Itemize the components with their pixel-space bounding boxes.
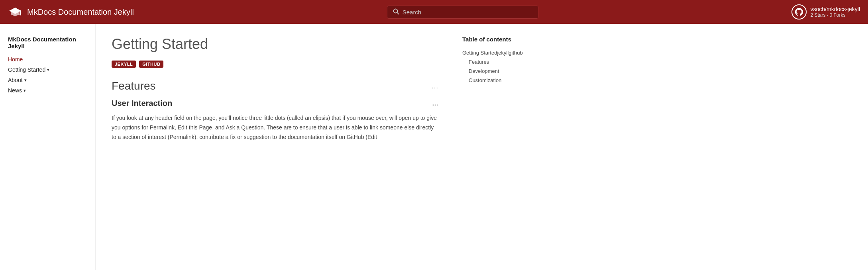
github-repo-name: vsoch/mkdocs-jekyll [811,6,860,12]
toc-title: Table of contents [462,36,534,43]
section-heading-features-label: Features [112,80,156,92]
user-interaction-ellipsis: … [432,100,438,107]
search-icon [393,8,399,16]
site-title: MkDocs Documentation Jekyll [27,8,134,17]
sidebar-item-home[interactable]: Home [8,54,87,65]
chevron-down-icon-news: ▾ [24,88,26,93]
search-box[interactable] [387,6,538,19]
github-area[interactable]: vsoch/mkdocs-jekyll 2 Stars · 0 Forks [791,4,860,20]
sidebar-item-label-about: About [8,77,23,83]
sidebar: MkDocs Documentation Jekyll Home Getting… [0,24,96,270]
features-ellipsis: … [431,82,438,90]
search-area [142,6,784,19]
section-heading-features: Features … [112,80,438,92]
sidebar-item-about[interactable]: About ▾ [8,75,87,85]
sidebar-site-title: MkDocs Documentation Jekyll [8,36,87,49]
svg-line-5 [397,12,399,14]
page-title: Getting Started [112,36,438,53]
chevron-down-icon: ▾ [47,67,49,72]
sidebar-item-label-home: Home [8,56,23,63]
svg-point-3 [20,14,22,16]
sidebar-item-news[interactable]: News ▾ [8,85,87,96]
github-stats: 2 Stars · 0 Forks [811,12,860,18]
logo-area: MkDocs Documentation Jekyll [8,5,134,19]
search-input[interactable] [403,9,532,16]
site-header: MkDocs Documentation Jekyll vsoch/mkdocs… [0,0,868,24]
main-layout: MkDocs Documentation Jekyll Home Getting… [0,24,868,270]
sidebar-item-getting-started[interactable]: Getting Started ▾ [8,65,87,75]
main-content: Getting Started JEKYLL GITHUB Features …… [96,24,454,270]
tag-row: JEKYLL GITHUB [112,61,438,68]
svg-rect-2 [20,10,21,14]
tag-github: GITHUB [139,61,163,68]
graduation-cap-icon [8,5,22,19]
github-icon [791,4,807,20]
toc-item-features[interactable]: Features [462,57,534,67]
chevron-down-icon-about: ▾ [24,78,27,83]
subsection-heading-user-interaction-label: User Interaction [112,99,172,108]
toc-item-getting-started[interactable]: Getting Startedjekyllgithub [462,48,534,57]
body-text-user-interaction: If you look at any header field on the p… [112,113,438,142]
tag-jekyll: JEKYLL [112,61,136,68]
sidebar-item-label-getting-started: Getting Started [8,67,45,73]
sidebar-item-label-news: News [8,87,22,94]
github-info: vsoch/mkdocs-jekyll 2 Stars · 0 Forks [811,6,860,18]
toc-item-development[interactable]: Development [462,67,534,76]
subsection-heading-user-interaction: User Interaction … [112,99,438,108]
toc-sidebar: Table of contents Getting Startedjekyllg… [454,24,542,270]
toc-item-customization[interactable]: Customization [462,76,534,85]
